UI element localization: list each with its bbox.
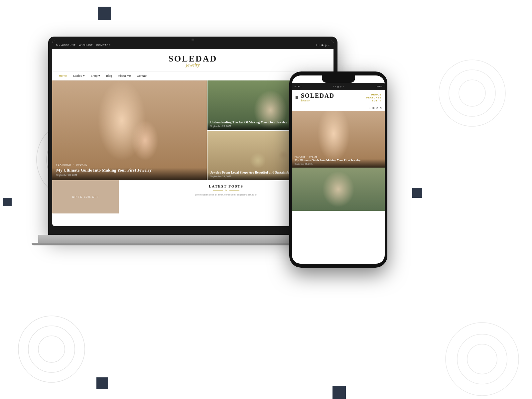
svg-point-7 [439, 60, 505, 126]
phone-notch [322, 75, 355, 83]
phone-tag-update: UPDATE [309, 156, 318, 158]
phone-in-icon[interactable]: ◉ [337, 85, 339, 88]
topbar-wishlist[interactable]: WISHLIST [79, 44, 93, 47]
deco-square-1 [98, 7, 111, 20]
site-topbar: MY ACCOUNT WISHLIST COMPARE f t ◉ p ♪ [52, 41, 333, 49]
phone-logo-main: SOLEDAD [301, 93, 366, 99]
svg-point-8 [449, 70, 495, 116]
svg-point-34 [322, 169, 348, 189]
phone-tw-icon[interactable]: t [335, 85, 336, 88]
deco-square-2 [3, 198, 12, 206]
phone-hero-date: September 28, 2021 [295, 163, 382, 165]
deco-square-3 [412, 188, 422, 198]
logo-sub[interactable]: jewelry [52, 63, 333, 68]
topbar-links: MY ACCOUNT WISHLIST COMPARE [56, 44, 110, 47]
promo-block[interactable]: UP TO 30% OFF [52, 180, 119, 213]
phone-hamburger-icon[interactable]: ☰ [295, 96, 298, 99]
phone-hero-overlay: FEATURED • UPDATE My Ultimate Guide Into… [292, 153, 385, 168]
edit-icon: ✎ [225, 189, 227, 192]
phone-fb-icon[interactable]: f [333, 85, 334, 88]
svg-point-5 [28, 326, 75, 372]
svg-point-9 [459, 80, 485, 106]
svg-point-25 [270, 153, 278, 161]
nav-home[interactable]: Home [59, 74, 67, 77]
phone-logo-sub: jewelry [301, 99, 366, 102]
promo-text: UP TO 30% OFF [72, 195, 99, 199]
phone-grid-icon[interactable]: ✕ [376, 106, 378, 109]
phone-topbar: MY AL... f t ◉ p ♪ ...PARE [292, 83, 385, 90]
hero-main-date: September 28, 2021 [56, 174, 203, 176]
phone-hero-title: My Ultimate Guide Into Making Your First… [295, 159, 382, 163]
svg-point-4 [18, 316, 85, 382]
instagram-icon[interactable]: ◉ [321, 44, 324, 47]
svg-point-12 [467, 344, 497, 374]
topbar-social: f t ◉ p ♪ [316, 44, 330, 47]
svg-point-10 [446, 323, 519, 396]
phone-hero-tags: FEATURED • UPDATE [295, 156, 382, 158]
svg-point-6 [38, 336, 65, 362]
phone-logo[interactable]: SOLEDAD jewelry [301, 93, 366, 102]
svg-rect-32 [292, 168, 385, 211]
svg-point-29 [319, 116, 342, 136]
phone-demos[interactable]: DEMOS [366, 93, 381, 96]
phone-screen-bezel: MY AL... f t ◉ p ♪ ...PARE ☰ SOLEDAD [292, 75, 385, 264]
latest-line-left [213, 191, 223, 191]
svg-point-28 [319, 116, 345, 153]
phone-features[interactable]: FEATURES [366, 96, 381, 99]
phone-social-icons: f t ◉ p ♪ [333, 85, 344, 88]
site-header: SOLEDAD jewelry [52, 49, 333, 71]
topbar-my-account[interactable]: MY ACCOUNT [56, 44, 75, 47]
phone-content: MY AL... f t ◉ p ♪ ...PARE ☰ SOLEDAD [292, 75, 385, 264]
svg-point-14 [96, 94, 136, 147]
phone-heart-icon[interactable]: ♡ [369, 106, 371, 109]
svg-point-20 [261, 82, 281, 99]
phone-cart-icon[interactable]: ⊞ [372, 106, 375, 109]
svg-point-26 [281, 151, 287, 158]
nav-contact[interactable]: Contact [137, 74, 147, 77]
deco-square-5 [332, 386, 346, 399]
phone-topbar-right: ...PARE [375, 85, 382, 87]
phone-close-icon[interactable]: ✕ [380, 106, 382, 109]
phone-tag-featured: FEATURED [295, 156, 306, 158]
hero-tags: FEATURED • UPDATE [56, 164, 203, 166]
facebook-icon[interactable]: f [316, 44, 317, 47]
phone-buy[interactable]: BUY IT [366, 99, 381, 102]
hero-main-article[interactable]: FEATURED • UPDATE My Ultimate Guide Into… [52, 80, 207, 180]
phone-tt-icon[interactable]: ♪ [343, 85, 344, 88]
pinterest-icon[interactable]: p [325, 44, 327, 47]
phone-icons-row: ♡ ⊞ ✕ ✕ [292, 105, 385, 111]
hero-main-title: My Ultimate Guide Into Making Your First… [56, 168, 203, 173]
phone-right-menu: DEMOS FEATURES BUY IT [366, 93, 381, 102]
svg-point-19 [262, 84, 286, 110]
twitter-icon[interactable]: t [319, 44, 320, 47]
svg-point-11 [457, 334, 507, 384]
svg-point-35 [312, 191, 365, 211]
svg-point-16 [98, 87, 135, 127]
phone-header: ☰ SOLEDAD jewelry DEMOS FEATURES BUY IT [292, 90, 385, 105]
logo-main[interactable]: SOLEDAD [52, 55, 333, 63]
tag-featured: FEATURED [56, 164, 71, 166]
phone-pi-icon[interactable]: p [340, 85, 341, 88]
topbar-compare[interactable]: COMPARE [96, 44, 110, 47]
hero-main-overlay: FEATURED • UPDATE My Ultimate Guide Into… [52, 160, 207, 180]
tag-update: UPDATE [76, 164, 87, 166]
phone-topbar-left: MY AL... [295, 85, 302, 87]
nav-blog[interactable]: Blog [106, 74, 112, 77]
latest-line-right [229, 191, 239, 191]
phone-body: MY AL... f t ◉ p ♪ ...PARE ☰ SOLEDAD [289, 71, 387, 268]
phone-mockup: MY AL... f t ◉ p ♪ ...PARE ☰ SOLEDAD [289, 71, 387, 268]
svg-point-24 [256, 151, 266, 161]
nav-stories[interactable]: Stories ▾ [73, 74, 85, 77]
nav-shop[interactable]: Shop ▾ [91, 74, 100, 77]
phone-second-article[interactable] [292, 168, 385, 211]
deco-square-4 [96, 377, 108, 389]
tiktok-icon[interactable]: ♪ [328, 44, 330, 47]
phone-hero[interactable]: FEATURED • UPDATE My Ultimate Guide Into… [292, 111, 385, 168]
phone-second-image [292, 168, 385, 211]
nav-about[interactable]: About Me [118, 74, 131, 77]
svg-point-33 [322, 168, 355, 207]
